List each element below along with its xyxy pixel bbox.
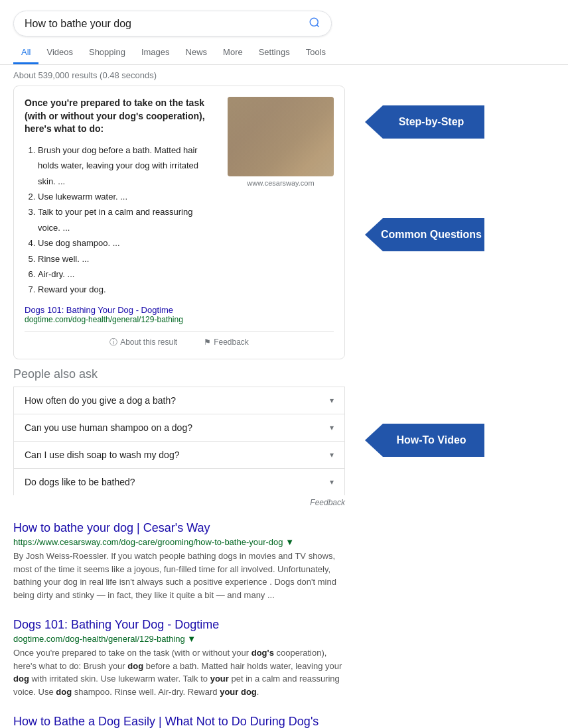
result-url-row-1: https://www.cesarsway.com/dog-care/groom… [13, 537, 345, 547]
search-input[interactable] [25, 18, 303, 30]
snippet-source: Dogs 101: Bathing Your Dog - Dogtime dog… [25, 304, 334, 324]
tab-images[interactable]: Images [133, 42, 178, 64]
chevron-down-icon-4: ▾ [330, 477, 334, 487]
step-6: Air-dry. ... [38, 267, 217, 282]
paa-item-4[interactable]: Do dogs like to be bathed? ▾ [13, 468, 345, 495]
tab-more[interactable]: More [215, 42, 251, 64]
chevron-down-icon-1: ▾ [330, 396, 334, 405]
step-5: Rinse well. ... [38, 251, 217, 267]
left-column: Once you're prepared to take on the task… [13, 86, 345, 728]
snippet-steps: Brush your dog before a bath. Matted hai… [38, 143, 217, 298]
feedback-label: Feedback [214, 337, 249, 347]
step-2: Use lukewarm water. ... [38, 189, 217, 204]
tab-shopping[interactable]: Shopping [81, 42, 133, 64]
result-link-1[interactable]: How to bathe your dog | Cesar's Way [13, 521, 210, 534]
right-column: Step-by-Step Common Questions How-To Vid… [345, 86, 555, 728]
result-url-2: dogtime.com/dog-health/general/129-bathi… [13, 634, 196, 644]
svg-point-0 [310, 18, 318, 26]
snippet-image: www.cesarsway.com [228, 97, 334, 298]
common-questions-label: Common Questions [381, 229, 482, 241]
search-result-3: How to Bathe a Dog Easily | What Not to … [13, 714, 345, 728]
paa-item-1[interactable]: How often do you give a dog a bath? ▾ [13, 387, 345, 414]
feedback-button[interactable]: ⚑ Feedback [204, 337, 249, 348]
how-to-video-label: How-To Video [396, 434, 466, 446]
step-7: Reward your dog. [38, 282, 217, 297]
paa-feedback[interactable]: Feedback [13, 498, 345, 507]
search-bar-area [0, 0, 568, 36]
result-link-3[interactable]: How to Bathe a Dog Easily | What Not to … [13, 715, 319, 728]
tab-settings[interactable]: Settings [251, 42, 298, 64]
flag-icon: ⚑ [204, 337, 211, 347]
how-to-video-arrow: How-To Video [365, 424, 555, 457]
result-snippet-2: Once you're prepared to take on the task… [13, 646, 345, 698]
tab-all[interactable]: All [13, 42, 38, 64]
step-4: Use dog shampoo. ... [38, 235, 217, 251]
common-questions-arrow: Common Questions [365, 218, 555, 251]
chevron-down-icon-3: ▾ [330, 450, 334, 459]
result-title-2: Dogs 101: Bathing Your Dog - Dogtime [13, 617, 345, 633]
snippet-footer: ⓘ About this result ⚑ Feedback [25, 331, 334, 348]
paa-title: People also ask [13, 367, 345, 381]
chevron-down-icon-2: ▾ [330, 423, 334, 432]
paa-question-4: Do dogs like to be bathed? [25, 477, 135, 487]
step-by-step-arrow: Step-by-Step [365, 105, 555, 139]
search-result-2: Dogs 101: Bathing Your Dog - Dogtime dog… [13, 617, 345, 698]
nav-tabs: All Videos Shopping Images News More Set… [0, 36, 568, 65]
paa-item-2[interactable]: Can you use human shampoo on a dog? ▾ [13, 414, 345, 441]
paa-item-3[interactable]: Can I use dish soap to wash my dog? ▾ [13, 441, 345, 468]
step-by-step-arrow-shape: Step-by-Step [365, 105, 484, 139]
snippet-source-url: dogtime.com/dog-health/general/129-bathi… [25, 315, 334, 324]
result-link-2[interactable]: Dogs 101: Bathing Your Dog - Dogtime [13, 618, 219, 631]
tab-videos[interactable]: Videos [38, 42, 81, 64]
tab-news[interactable]: News [178, 42, 216, 64]
result-title-1: How to bathe your dog | Cesar's Way [13, 520, 345, 536]
common-questions-arrow-shape: Common Questions [365, 218, 484, 251]
people-also-ask: People also ask How often do you give a … [13, 367, 345, 507]
step-1: Brush your dog before a bath. Matted hai… [38, 143, 217, 189]
tab-tools[interactable]: Tools [298, 42, 334, 64]
main-layout: Once you're prepared to take on the task… [0, 86, 568, 728]
result-title-3: How to Bathe a Dog Easily | What Not to … [13, 714, 345, 728]
search-bar [13, 11, 332, 36]
svg-line-1 [317, 25, 319, 27]
search-button[interactable] [309, 17, 320, 30]
snippet-image-caption: www.cesarsway.com [228, 179, 334, 187]
about-result-button[interactable]: ⓘ About this result [109, 337, 177, 348]
snippet-text: Once you're prepared to take on the task… [25, 97, 217, 298]
snippet-image-box [228, 97, 334, 176]
how-to-video-arrow-shape: How-To Video [365, 424, 484, 457]
step-3: Talk to your pet in a calm and reassurin… [38, 204, 217, 235]
result-url-1: https://www.cesarsway.com/dog-care/groom… [13, 537, 294, 547]
paa-question-2: Can you use human shampoo on a dog? [25, 422, 192, 433]
paa-question-3: Can I use dish soap to wash my dog? [25, 450, 179, 460]
snippet-title: Once you're prepared to take on the task… [25, 97, 217, 136]
search-result-1: How to bathe your dog | Cesar's Way http… [13, 520, 345, 601]
result-snippet-1: By Josh Weiss-Roessler. If you watch peo… [13, 550, 345, 601]
step-by-step-label: Step-by-Step [399, 116, 464, 128]
result-url-row-2: dogtime.com/dog-health/general/129-bathi… [13, 634, 345, 644]
about-result-label: About this result [120, 337, 177, 347]
paa-question-1: How often do you give a dog a bath? [25, 395, 176, 406]
snippet-content: Once you're prepared to take on the task… [25, 97, 334, 298]
featured-snippet: Once you're prepared to take on the task… [13, 86, 345, 359]
snippet-source-link[interactable]: Dogs 101: Bathing Your Dog - Dogtime [25, 305, 173, 315]
results-count: About 539,000 results (0.48 seconds) [0, 65, 568, 86]
info-icon: ⓘ [109, 337, 117, 348]
